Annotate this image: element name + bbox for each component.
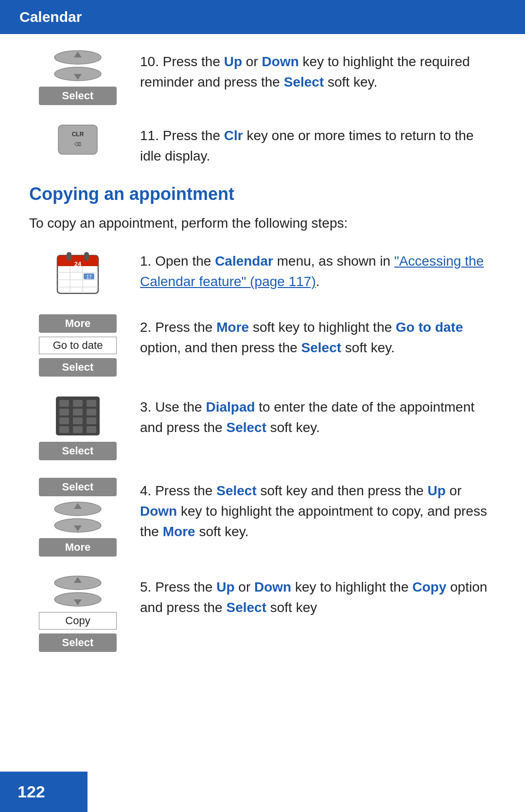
step-1-icons: 24 17	[29, 248, 126, 297]
nav-key-icon	[49, 49, 107, 83]
svg-rect-16	[67, 252, 71, 261]
step-2-icons: More Go to date Select	[29, 314, 126, 377]
svg-rect-21	[59, 400, 69, 407]
svg-rect-25	[73, 409, 83, 415]
step-10-select-softkey: Select	[39, 87, 117, 105]
step-10-icons: Select	[29, 49, 126, 105]
step-4-row: Select More 4. Press the Select soft key…	[29, 478, 496, 557]
step-11-text: 11. Press the Clr key one or more times …	[140, 123, 496, 166]
step-4-more-softkey: More	[39, 538, 117, 557]
step-5-text: 5. Press the Up or Down key to highlight…	[140, 574, 496, 618]
step-1-row: 24 17 1. Open the Calendar menu, as show…	[29, 248, 496, 297]
step-4-icons: Select More	[29, 478, 126, 557]
step-4-text: 4. Press the Select soft key and then pr…	[140, 478, 496, 542]
step-10-row: Select 10. Press the Up or Down key to h…	[29, 49, 496, 105]
svg-rect-23	[87, 400, 96, 407]
svg-rect-22	[73, 400, 83, 407]
step-5-row: Copy Select 5. Press the Up or Down key …	[29, 574, 496, 652]
step-1-text: 1. Open the Calendar menu, as shown in "…	[140, 248, 496, 292]
step-3-select-softkey: Select	[39, 442, 117, 460]
svg-rect-28	[73, 417, 83, 424]
step-4-select-softkey: Select	[39, 478, 117, 496]
step-11-icons: CLR ⌫	[29, 123, 126, 157]
step-2-text: 2. Press the More soft key to highlight …	[140, 314, 496, 358]
svg-rect-27	[59, 417, 69, 424]
page-header: Calendar	[0, 0, 525, 34]
step-2-select-softkey: Select	[39, 358, 117, 377]
intro-text: To copy an appointment, perform the foll…	[29, 213, 496, 234]
svg-rect-24	[59, 409, 69, 415]
svg-text:17: 17	[86, 274, 92, 280]
svg-rect-29	[87, 417, 96, 424]
page-footer: 122	[0, 772, 88, 812]
step-3-row: Select 3. Use the Dialpad to enter the d…	[29, 394, 496, 460]
step-11-row: CLR ⌫ 11. Press the Clr key one or more …	[29, 123, 496, 166]
page-content: Select 10. Press the Up or Down key to h…	[0, 49, 525, 708]
header-title: Calendar	[19, 9, 82, 25]
dialpad-icon	[53, 394, 102, 438]
step-10-text: 10. Press the Up or Down key to highligh…	[140, 49, 496, 92]
section-title: Copying an appointment	[29, 184, 496, 204]
step-2-more-softkey: More	[39, 314, 117, 333]
step-5-copy-option: Copy	[39, 612, 117, 630]
svg-rect-31	[73, 426, 83, 433]
step-4-nav-icon	[49, 500, 107, 534]
step-2-menu-option: Go to date	[39, 337, 117, 354]
clr-key-icon: CLR ⌫	[56, 123, 100, 157]
step-5-icons: Copy Select	[29, 574, 126, 652]
step-3-icons: Select	[29, 394, 126, 460]
step-2-row: More Go to date Select 2. Press the More…	[29, 314, 496, 377]
step-5-select-softkey: Select	[39, 633, 117, 652]
svg-text:⌫: ⌫	[74, 142, 81, 147]
svg-rect-26	[87, 409, 96, 415]
svg-rect-30	[59, 426, 69, 433]
svg-text:24: 24	[74, 260, 82, 268]
step-5-nav-icon	[49, 574, 107, 608]
svg-rect-4	[58, 125, 97, 154]
svg-rect-32	[87, 426, 96, 433]
svg-text:CLR: CLR	[72, 131, 84, 138]
calendar-icon: 24 17	[53, 248, 102, 297]
page-number: 122	[18, 782, 45, 801]
svg-rect-17	[84, 252, 89, 261]
step-3-text: 3. Use the Dialpad to enter the date of …	[140, 394, 496, 438]
